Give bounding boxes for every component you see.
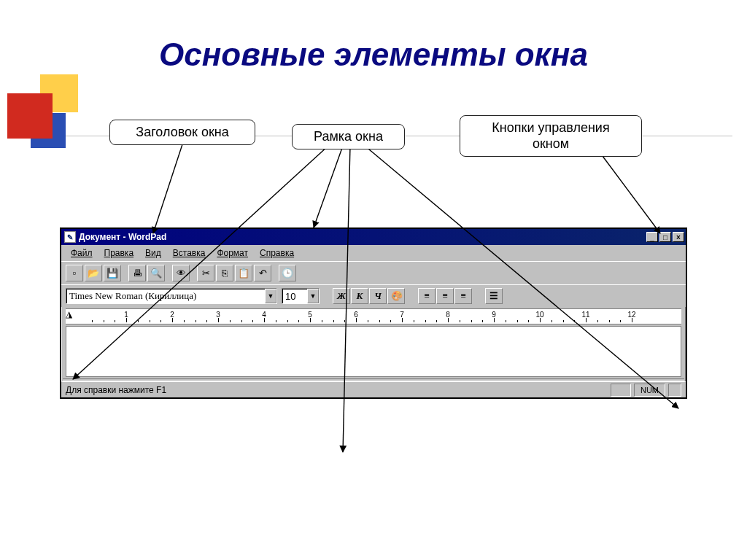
copy-button[interactable]: ⎘ <box>216 265 233 281</box>
status-well-empty <box>611 384 631 397</box>
menu-insert[interactable]: Вставка <box>168 247 211 259</box>
svg-line-5 <box>598 150 660 233</box>
ruler-number: 8 <box>446 311 450 319</box>
ruler-subtick <box>184 320 185 322</box>
ruler-subtick <box>574 320 575 322</box>
ruler-subtick <box>241 320 242 322</box>
ruler-number: 4 <box>262 311 266 319</box>
bold-button[interactable]: Ж <box>333 288 350 304</box>
ruler-subtick <box>551 320 552 322</box>
underline-button[interactable]: Ч <box>369 288 387 304</box>
ruler-subtick <box>276 320 276 322</box>
paste-button[interactable]: 📋 <box>235 265 252 281</box>
ruler-subtick <box>230 320 231 322</box>
status-text: Для справки нажмите F1 <box>66 385 608 395</box>
align-left-button[interactable]: ≡ <box>418 288 436 304</box>
italic-button[interactable]: К <box>351 288 368 304</box>
menu-help[interactable]: Справка <box>255 247 299 259</box>
color-button[interactable]: 🎨 <box>387 288 405 304</box>
align-right-button[interactable]: ≡ <box>454 288 472 304</box>
font-name-combo[interactable]: Times New Roman (Кириллица) ▼ <box>66 288 277 304</box>
app-icon: ✎ <box>64 231 76 243</box>
decor-square-red <box>7 93 53 139</box>
callout-control-buttons: Кнопки управления окном <box>460 115 642 157</box>
indent-marker-icon[interactable]: ◮ <box>66 309 72 319</box>
ruler-subtick <box>517 320 518 322</box>
ruler-number: 3 <box>216 311 220 319</box>
align-center-button[interactable]: ≡ <box>436 288 454 304</box>
menu-format[interactable]: Формат <box>212 247 253 259</box>
menu-bar: Файл Правка Вид Вставка Формат Справка <box>61 245 686 261</box>
ruler-subtick <box>425 320 426 322</box>
ruler-subtick <box>460 320 460 322</box>
ruler-subtick <box>379 320 380 322</box>
ruler[interactable]: ◮ 123456789101112 <box>66 308 681 324</box>
window-control-buttons: _ □ × <box>646 232 684 242</box>
bullets-button[interactable]: ☰ <box>485 288 503 304</box>
ruler-subtick <box>368 320 368 322</box>
ruler-subtick <box>92 320 93 322</box>
resize-grip-icon[interactable] <box>668 384 681 397</box>
menu-view[interactable]: Вид <box>140 247 166 259</box>
ruler-subtick <box>115 320 115 322</box>
ruler-subtick <box>620 320 621 322</box>
ruler-number: 7 <box>400 311 404 319</box>
dropdown-icon[interactable]: ▼ <box>307 289 319 303</box>
menu-file[interactable]: Файл <box>66 247 98 259</box>
preview-button[interactable]: 🔍 <box>147 265 165 281</box>
ruler-subtick <box>138 320 139 322</box>
undo-button[interactable]: ↶ <box>254 265 271 281</box>
ruler-subtick <box>298 320 299 322</box>
ruler-subtick <box>160 320 161 322</box>
datetime-button[interactable]: 🕒 <box>279 265 296 281</box>
ruler-subtick <box>597 320 598 322</box>
ruler-number: 10 <box>535 311 543 319</box>
ruler-number: 9 <box>492 311 496 319</box>
print-button[interactable]: 🖶 <box>128 265 146 281</box>
ruler-subtick <box>436 320 437 322</box>
dropdown-icon[interactable]: ▼ <box>265 289 276 303</box>
font-size-value: 10 <box>285 291 295 302</box>
close-button[interactable]: × <box>673 232 684 242</box>
ruler-subtick <box>506 320 506 322</box>
find-button[interactable]: 👁 <box>172 265 190 281</box>
svg-line-2 <box>314 146 343 228</box>
ruler-subtick <box>390 320 391 322</box>
ruler-subtick <box>322 320 322 322</box>
window-title: Документ - WordPad <box>79 232 646 242</box>
app-window: ✎ Документ - WordPad _ □ × Файл Правка В… <box>60 228 687 399</box>
ruler-subtick <box>333 320 334 322</box>
ruler-subtick <box>344 320 345 322</box>
ruler-subtick <box>150 320 150 322</box>
ruler-number: 2 <box>170 311 174 319</box>
ruler-subtick <box>471 320 472 322</box>
editor-area[interactable] <box>66 326 681 377</box>
format-toolbar: Times New Roman (Кириллица) ▼ 10 ▼ Ж К Ч… <box>61 284 686 307</box>
status-numlock: NUM <box>634 384 665 397</box>
ruler-number: 12 <box>627 311 635 319</box>
callout-window-frame: Рамка окна <box>292 124 405 149</box>
standard-toolbar: ▫ 📂 💾 🖶 🔍 👁 ✂ ⎘ 📋 ↶ 🕒 <box>61 261 686 284</box>
ruler-subtick <box>252 320 253 322</box>
ruler-number: 1 <box>124 311 128 319</box>
slide-title: Основные элементы окна <box>0 36 747 73</box>
ruler-subtick <box>206 320 207 322</box>
svg-line-0 <box>153 144 182 233</box>
minimize-button[interactable]: _ <box>646 232 658 242</box>
ruler-number: 11 <box>581 311 589 319</box>
title-bar[interactable]: ✎ Документ - WordPad _ □ × <box>61 229 686 245</box>
callout-title-bar: Заголовок окна <box>109 120 255 145</box>
maximize-button[interactable]: □ <box>659 232 671 242</box>
ruler-subtick <box>563 320 564 322</box>
ruler-subtick <box>609 320 610 322</box>
ruler-subtick <box>482 320 483 322</box>
font-size-combo[interactable]: 10 ▼ <box>282 288 320 304</box>
ruler-number: 5 <box>308 311 312 319</box>
font-name-value: Times New Roman (Кириллица) <box>69 290 196 302</box>
ruler-subtick <box>104 320 104 322</box>
save-button[interactable]: 💾 <box>104 265 121 281</box>
new-button[interactable]: ▫ <box>66 265 83 281</box>
open-button[interactable]: 📂 <box>85 265 102 281</box>
menu-edit[interactable]: Правка <box>99 247 139 259</box>
cut-button[interactable]: ✂ <box>197 265 214 281</box>
